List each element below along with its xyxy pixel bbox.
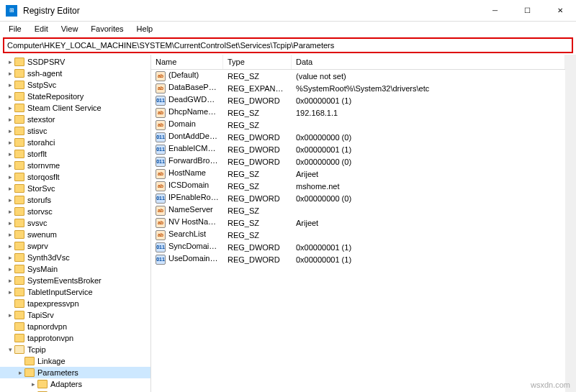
value-name: SearchList (168, 229, 206, 238)
tree-item-storufs[interactable]: ▸storufs (0, 194, 150, 206)
value-row[interactable]: 011DontAddDefault...REG_DWORD0x00000000 … (151, 131, 565, 143)
value-type: REG_DWORD (223, 255, 292, 264)
twisty-icon[interactable]: ▸ (6, 93, 14, 100)
tree-item-sysmain[interactable]: ▸SysMain (0, 263, 150, 275)
twisty-icon[interactable]: ▸ (29, 380, 37, 388)
twisty-icon[interactable]: ▸ (6, 185, 14, 192)
tree-label: swenum (27, 230, 57, 239)
menu-favorites[interactable]: Favorites (85, 23, 129, 35)
menu-help[interactable]: Help (131, 23, 159, 35)
tree-item-steam-client-service[interactable]: ▸Steam Client Service (0, 102, 150, 114)
minimize-button[interactable]: ─ (479, 0, 511, 22)
tree-item-linkage[interactable]: Linkage (0, 355, 150, 367)
twisty-icon[interactable]: ▸ (6, 219, 14, 227)
dword-icon: 011 (156, 96, 166, 106)
value-row[interactable]: abDataBasePathREG_EXPAND_SZ%SystemRoot%\… (151, 82, 565, 94)
twisty-icon[interactable]: ▸ (6, 277, 14, 284)
address-bar[interactable] (3, 37, 573, 53)
twisty-icon[interactable]: ▸ (6, 162, 14, 169)
column-name[interactable]: Name (151, 55, 223, 69)
tree-item-stornvme[interactable]: ▸stornvme (0, 160, 150, 171)
value-row[interactable]: 011UseDomainNam...REG_DWORD0x00000001 (1… (151, 253, 565, 265)
twisty-icon[interactable]: ▸ (6, 242, 14, 250)
tree-item-ssdpsrv[interactable]: ▸SSDPSRV (0, 56, 150, 68)
tree-item-sstpsvc[interactable]: ▸SstpSvc (0, 79, 150, 91)
tree-item-tapprotonvpn[interactable]: tapprotonvpn (0, 332, 150, 344)
value-row[interactable]: ab(Default)REG_SZ(value not set) (151, 70, 565, 82)
value-row[interactable]: 011ForwardBroadca...REG_DWORD0x00000000 … (151, 155, 565, 168)
tree-item-svsvc[interactable]: ▸svsvc (0, 217, 150, 229)
twisty-icon[interactable]: ▸ (6, 311, 14, 319)
tree-item-storflt[interactable]: ▸storflt (0, 148, 150, 160)
twisty-icon[interactable]: ▸ (6, 288, 14, 296)
tree-item-storvsc[interactable]: ▸storvsc (0, 206, 150, 217)
twisty-icon[interactable]: ▸ (6, 104, 14, 111)
tree-item-systemeventsbroker[interactable]: ▸SystemEventsBroker (0, 275, 150, 286)
dword-icon: 011 (156, 157, 166, 167)
twisty-icon[interactable]: ▸ (6, 265, 14, 273)
close-button[interactable]: ✕ (544, 0, 576, 22)
tree-item-storqosflt[interactable]: ▸storqosflt (0, 171, 150, 183)
menu-view[interactable]: View (55, 23, 84, 35)
value-row[interactable]: abNV HostNameREG_SZArijeet (151, 216, 565, 229)
twisty-icon[interactable]: ▸ (6, 150, 14, 158)
value-row[interactable]: 011EnableICMPRedi...REG_DWORD0x00000001 … (151, 143, 565, 155)
tree-item-tcpip[interactable]: ▾Tcpip (0, 344, 150, 355)
twisty-icon[interactable]: ▸ (6, 254, 14, 261)
tree-item-parameters[interactable]: ▸Parameters (0, 367, 150, 378)
twisty-icon[interactable]: ▸ (6, 196, 14, 204)
tree-item-tapisrv[interactable]: ▸TapiSrv (0, 309, 150, 321)
twisty-icon[interactable]: ▸ (6, 173, 14, 181)
tree-item-storsvc[interactable]: ▸StorSvc (0, 183, 150, 194)
value-row[interactable]: 011SyncDomainWit...REG_DWORD0x00000001 (… (151, 241, 565, 253)
twisty-icon[interactable]: ▸ (6, 127, 14, 135)
tree-item-adapters[interactable]: ▸Adapters (0, 378, 150, 390)
column-type[interactable]: Type (223, 55, 292, 69)
twisty-icon[interactable]: ▸ (6, 139, 14, 146)
tree-item-stisvc[interactable]: ▸stisvc (0, 125, 150, 137)
folder-icon (14, 127, 24, 135)
tree-item-staterepository[interactable]: ▸StateRepository (0, 91, 150, 102)
twisty-icon[interactable]: ▾ (6, 346, 14, 353)
tree-item-swenum[interactable]: ▸swenum (0, 229, 150, 240)
value-name: DeadGWDetect... (168, 95, 223, 104)
menu-edit[interactable]: Edit (29, 23, 54, 35)
value-row[interactable]: abHostNameREG_SZArijeet (151, 168, 565, 180)
value-type: REG_SZ (223, 121, 292, 129)
column-data[interactable]: Data (292, 55, 565, 69)
value-row[interactable]: abSearchListREG_SZ (151, 229, 565, 241)
tree-item-ssh-agent[interactable]: ▸ssh-agent (0, 68, 150, 79)
twisty-icon[interactable]: ▸ (6, 81, 14, 88)
registry-tree[interactable]: ▸SSDPSRV▸ssh-agent▸SstpSvc▸StateReposito… (0, 55, 151, 392)
tree-label: storflt (27, 150, 47, 158)
tree-item-stexstor[interactable]: ▸stexstor (0, 114, 150, 125)
maximize-button[interactable]: ☐ (511, 0, 544, 22)
address-input[interactable] (7, 41, 569, 50)
value-row[interactable]: 011IPEnableRouterREG_DWORD0x00000000 (0) (151, 192, 565, 204)
tree-item-tabletinputservice[interactable]: ▸TabletInputService (0, 286, 150, 298)
menu-file[interactable]: File (3, 23, 27, 35)
twisty-icon[interactable]: ▸ (6, 208, 14, 215)
tree-item-tapexpressvpn[interactable]: tapexpressvpn (0, 298, 150, 309)
value-row[interactable]: abNameServerREG_SZ (151, 204, 565, 216)
value-row[interactable]: abICSDomainREG_SZmshome.net (151, 180, 565, 192)
value-row[interactable]: 011DeadGWDetect...REG_DWORD0x00000001 (1… (151, 94, 565, 106)
value-name: DontAddDefault... (168, 132, 223, 140)
folder-icon (14, 265, 24, 273)
twisty-icon[interactable]: ▸ (6, 116, 14, 123)
twisty-icon[interactable]: ▸ (6, 70, 14, 77)
folder-icon (14, 276, 24, 285)
twisty-icon[interactable]: ▸ (6, 58, 14, 65)
value-data: Arijeet (292, 170, 565, 178)
scrollbar-vertical[interactable] (565, 55, 576, 392)
tree-item-tapnordvpn[interactable]: tapnordvpn (0, 321, 150, 332)
value-list[interactable]: Name Type Data ab(Default)REG_SZ(value n… (151, 55, 565, 392)
value-row[interactable]: abDomainREG_SZ (151, 119, 565, 131)
tree-item-swprv[interactable]: ▸swprv (0, 240, 150, 252)
tree-item-synth3dvsc[interactable]: ▸Synth3dVsc (0, 252, 150, 263)
twisty-icon[interactable]: ▸ (6, 231, 14, 238)
value-row[interactable]: abDhcpNameServerREG_SZ192.168.1.1 (151, 106, 565, 119)
content-area: ▸SSDPSRV▸ssh-agent▸SstpSvc▸StateReposito… (0, 55, 576, 392)
tree-item-storahci[interactable]: ▸storahci (0, 137, 150, 148)
twisty-icon[interactable]: ▸ (16, 369, 24, 376)
